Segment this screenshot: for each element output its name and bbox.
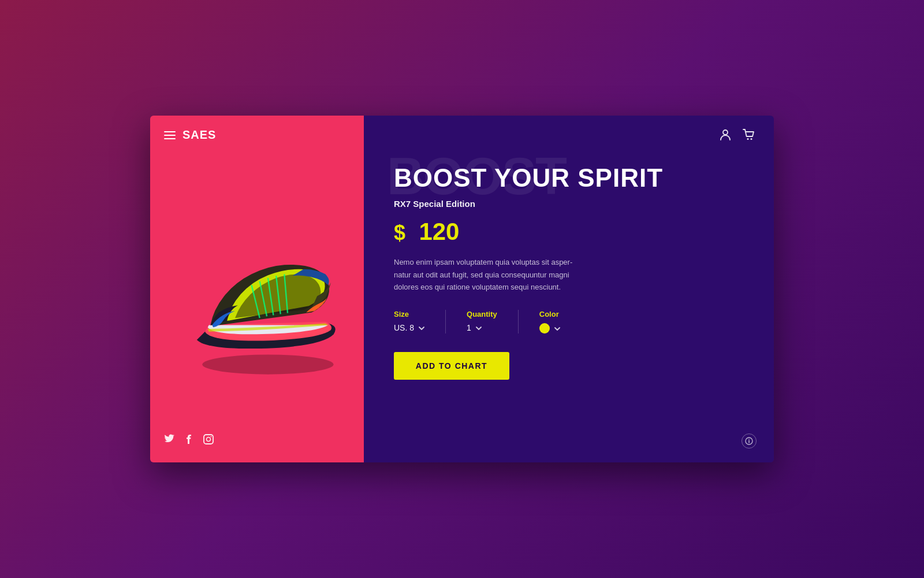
svg-point-11 <box>751 138 752 140</box>
product-title: BOOST YOUR SPIRIT <box>394 164 744 192</box>
left-panel: SAES <box>150 116 364 462</box>
color-swatch <box>539 323 550 334</box>
social-links <box>164 434 350 450</box>
twitter-icon[interactable] <box>164 434 174 447</box>
size-selector-group: Size US. 8 <box>394 310 446 334</box>
hamburger-menu[interactable] <box>164 131 176 139</box>
svg-point-9 <box>723 130 728 135</box>
product-subtitle: RX7 Special Edition <box>394 199 744 209</box>
size-chevron-icon <box>419 324 424 332</box>
color-label: Color <box>539 310 560 318</box>
svg-point-14 <box>748 439 750 440</box>
product-card: SAES <box>150 116 774 462</box>
facebook-icon[interactable] <box>186 434 192 447</box>
quantity-label: Quantity <box>467 310 497 318</box>
price-value: 120 <box>419 218 459 245</box>
color-dropdown[interactable] <box>539 323 560 334</box>
right-panel: BOOST BOOST YOUR SPIRIT RX7 Special Edit… <box>364 116 774 462</box>
size-value: US. 8 <box>394 323 414 332</box>
svg-rect-6 <box>204 435 213 444</box>
instagram-icon[interactable] <box>203 434 214 447</box>
size-dropdown[interactable]: US. 8 <box>394 323 424 332</box>
brand-logo: SAES <box>182 128 216 142</box>
top-navigation <box>720 128 755 144</box>
cart-icon[interactable] <box>743 129 755 143</box>
svg-point-8 <box>211 436 212 438</box>
product-image-container <box>164 142 350 434</box>
svg-point-7 <box>207 438 211 442</box>
quantity-chevron-icon <box>476 324 482 332</box>
quantity-value: 1 <box>467 323 471 332</box>
size-label: Size <box>394 310 424 318</box>
add-to-cart-button[interactable]: ADD TO CHART <box>394 352 509 380</box>
shoe-image <box>164 142 350 434</box>
user-icon[interactable] <box>720 128 731 144</box>
info-icon[interactable] <box>742 433 757 449</box>
quantity-dropdown[interactable]: 1 <box>467 323 497 332</box>
color-chevron-icon <box>554 324 560 332</box>
brand-header: SAES <box>164 128 350 142</box>
product-price: $ 120 <box>394 218 744 246</box>
quantity-selector-group: Quantity 1 <box>467 310 519 334</box>
price-currency: $ <box>394 221 405 244</box>
product-description: Nemo enim ipsam voluptatem quia voluptas… <box>394 256 579 293</box>
svg-point-0 <box>202 355 333 375</box>
svg-point-10 <box>747 138 749 140</box>
product-selectors: Size US. 8 Quantity 1 <box>394 310 744 334</box>
color-selector-group: Color <box>539 310 581 334</box>
product-content: BOOST YOUR SPIRIT RX7 Special Edition $ … <box>394 164 744 380</box>
